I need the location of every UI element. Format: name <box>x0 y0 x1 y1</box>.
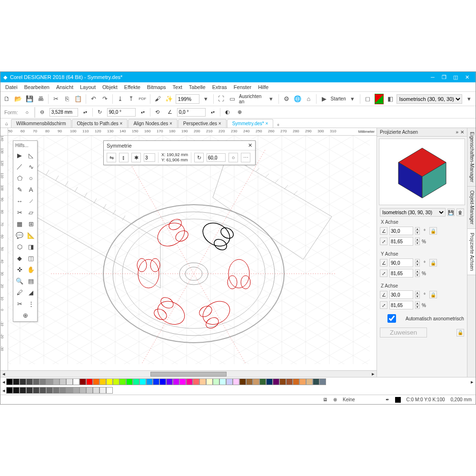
callout-tool[interactable]: 💬 <box>14 230 25 240</box>
table-tool[interactable]: ▦ <box>14 218 25 229</box>
redo-button[interactable]: ↷ <box>100 94 109 104</box>
graph-tool[interactable]: ⊞ <box>26 218 36 229</box>
gray-palette-scroll-left[interactable]: ◂ <box>2 387 5 394</box>
gray-swatch[interactable] <box>26 387 33 394</box>
color-swatch[interactable] <box>319 378 326 385</box>
angle2-input[interactable] <box>177 108 206 117</box>
axis-2-scale-input[interactable] <box>389 301 413 309</box>
lock-plane-icon[interactable]: 🔒 <box>456 329 464 337</box>
menu-tabelle[interactable]: Tabelle <box>186 83 208 91</box>
color-swatch[interactable] <box>179 378 186 385</box>
color-swatch[interactable] <box>79 378 86 385</box>
gray-swatch[interactable] <box>53 387 60 394</box>
menu-bearbeiten[interactable]: Bearbeiten <box>21 83 52 91</box>
crop-tool[interactable]: ✂ <box>14 207 25 218</box>
outline-width-input[interactable] <box>50 108 78 117</box>
bezier-tool[interactable]: ∿ <box>26 161 36 172</box>
color-swatch[interactable] <box>26 378 33 385</box>
axis-0-scale-input[interactable] <box>389 237 413 246</box>
color-swatch[interactable] <box>213 378 219 385</box>
projection-select[interactable]: Isometrisch (30, 90, 30) <box>397 94 462 104</box>
eraser-tool[interactable]: ▱ <box>26 207 36 218</box>
export-button[interactable]: ⤒ <box>127 94 136 104</box>
color-swatch[interactable] <box>299 378 306 385</box>
color-swatch[interactable] <box>20 378 26 385</box>
color-swatch[interactable] <box>259 378 266 385</box>
polygon-tool[interactable]: ⬠ <box>14 173 25 183</box>
color-swatch[interactable] <box>313 378 319 385</box>
angle1-spinner[interactable]: ▴▾ <box>138 107 148 118</box>
gray-swatch[interactable] <box>13 387 20 394</box>
color-swatch[interactable] <box>33 378 40 385</box>
restore-button[interactable]: ❐ <box>438 74 450 80</box>
fill-tool[interactable]: ◆ <box>14 253 25 263</box>
angle-icon[interactable]: ∠ <box>165 107 175 118</box>
tile-button[interactable]: ◫ <box>450 74 461 80</box>
color-swatch[interactable] <box>226 378 233 385</box>
gray-swatch[interactable] <box>99 387 106 394</box>
gray-swatch[interactable] <box>86 387 93 394</box>
color-swatch[interactable] <box>113 378 119 385</box>
gray-swatch[interactable] <box>66 387 73 394</box>
color-swatch[interactable] <box>233 378 239 385</box>
play-icon[interactable]: ▶ <box>319 94 328 104</box>
pdf-button[interactable]: PDF <box>138 94 147 104</box>
tab-home-icon[interactable]: ⌂ <box>2 119 11 128</box>
gray-swatch[interactable] <box>20 387 26 394</box>
start-dropdown[interactable]: ▾ <box>348 94 357 104</box>
dimension-tool[interactable]: ↔ <box>14 196 25 206</box>
pick-tool[interactable]: ▶ <box>14 150 25 160</box>
menu-effekte[interactable]: Effekte <box>121 83 143 91</box>
color-swatch[interactable] <box>293 378 299 385</box>
color-swatch[interactable] <box>126 378 133 385</box>
menu-ansicht[interactable]: Ansicht <box>53 83 76 91</box>
close-button[interactable]: ✕ <box>461 74 473 80</box>
color-swatch[interactable] <box>286 378 293 385</box>
color-swatch[interactable] <box>53 378 60 385</box>
color-swatch[interactable] <box>146 378 153 385</box>
snap-icon[interactable]: ⛶ <box>217 94 226 104</box>
ruler-origin[interactable] <box>0 128 8 136</box>
knife-tool[interactable]: ✂ <box>14 298 25 309</box>
text-tool[interactable]: A <box>26 184 36 195</box>
extra-tool-1[interactable]: ▤ <box>26 276 36 286</box>
tab-0[interactable]: Willkommensbildschirm <box>11 119 71 128</box>
color-swatch[interactable] <box>6 378 13 385</box>
palette-scroll-right[interactable]: ▸ <box>471 379 474 385</box>
zoom-tool[interactable]: 🔍 <box>14 276 25 286</box>
delete-preset-icon[interactable]: 🗑 <box>456 208 464 216</box>
rotation-input[interactable] <box>207 153 226 162</box>
color-swatch[interactable] <box>279 378 286 385</box>
stroke-color-swatch[interactable] <box>395 397 401 403</box>
axis-0-preview-icon[interactable]: 🔒 <box>429 227 437 235</box>
outline-icon[interactable]: ⊖ <box>37 107 48 118</box>
color-swatch[interactable] <box>86 378 93 385</box>
tab-3[interactable]: Perspective.des × <box>178 119 227 128</box>
color-swatch[interactable] <box>99 378 106 385</box>
print-button[interactable]: 🖶 <box>36 94 45 104</box>
color-swatch[interactable] <box>206 378 213 385</box>
menu-hilfe[interactable]: Hilfe <box>255 83 271 91</box>
angle2-spinner[interactable]: ▴▾ <box>208 107 218 118</box>
color-swatch[interactable] <box>199 378 206 385</box>
color-swatch[interactable] <box>239 378 246 385</box>
prop-extra-icon[interactable]: ◐ <box>222 107 233 118</box>
gray-swatch[interactable] <box>33 387 40 394</box>
color-swatch[interactable] <box>166 378 173 385</box>
wand-icon[interactable]: ✨ <box>164 94 173 104</box>
canvas[interactable]: Hilfs... ▶ ◺ ／ ∿ ⬠ ○ ✎ A ↔ ⟋ ✂ <box>8 136 377 370</box>
color-swatch[interactable] <box>219 378 226 385</box>
3d-tool[interactable]: ⬡ <box>14 241 25 252</box>
projection-type-select[interactable]: Isometrisch (30, 90, 30) <box>380 208 446 217</box>
pen-tool[interactable]: ✎ <box>14 184 25 195</box>
zoom-input[interactable] <box>176 94 199 104</box>
connector-tool[interactable]: ⟋ <box>26 196 36 206</box>
axis-2-angle-input[interactable] <box>389 290 413 299</box>
symmetry-count-input[interactable] <box>144 153 155 162</box>
ruler-vertical[interactable]: 1401301201101009080706050403020100-10-20… <box>0 136 8 370</box>
color-swatch[interactable] <box>46 378 53 385</box>
tab-2[interactable]: Align Nodes.des × <box>128 119 177 128</box>
extra-tool-2[interactable]: ⋮ <box>26 298 36 309</box>
sidetab-1[interactable]: Objekt-Manager <box>467 187 476 229</box>
rotate-icon[interactable]: ↻ <box>194 153 204 162</box>
